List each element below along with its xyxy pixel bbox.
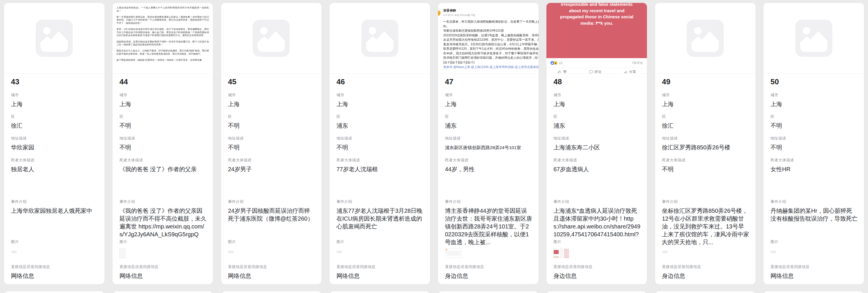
address-value: 不明 bbox=[770, 144, 858, 151]
source-label: 直接信息还是间接信息 bbox=[553, 264, 641, 269]
record-card-48[interactable]: irresponsible and false statements about… bbox=[547, 3, 647, 284]
gallery-column: 人都没有这样的机会，一个病人需要几十个人的同时帮助和关怀才有可能获得一丝的机会！… bbox=[108, 0, 217, 293]
card-cover-placeholder bbox=[330, 3, 430, 74]
record-card-47[interactable]: 茶香禅静 4-2 02:31 来自 iPhone客户端 一名志愿者，昨日我投入路… bbox=[438, 3, 538, 284]
card-cover-placeholder bbox=[655, 3, 755, 74]
record-number: 43 bbox=[11, 77, 20, 86]
district-label: 区 bbox=[119, 114, 207, 119]
city-value: 上海 bbox=[770, 100, 858, 108]
district-label: 区 bbox=[11, 114, 98, 119]
card-cover-essay: 人都没有这样的机会，一个病人需要几十个人的同时帮助和关怀才有可能获得一丝的机会！… bbox=[113, 3, 213, 74]
city-value: 上海 bbox=[119, 100, 207, 108]
event-value: 上海浦东*血透病人延误治疗致死且遗体滞留家中约30小时！https://shar… bbox=[553, 207, 641, 238]
comments-count[interactable]: 7条评论 bbox=[631, 61, 643, 65]
city-value: 上海 bbox=[553, 100, 641, 108]
next-row-card-edge[interactable] bbox=[547, 291, 647, 293]
address-value: 上海浦东寿二小区 bbox=[553, 144, 641, 151]
image-placeholder-icon bbox=[35, 19, 73, 58]
attachment-thumb[interactable] bbox=[770, 251, 776, 253]
wow-reaction-icon bbox=[554, 61, 557, 65]
event-label: 事件介绍 bbox=[336, 199, 424, 204]
source-value: 身边信息 bbox=[662, 272, 749, 280]
record-card-45[interactable]: 45 城市上海 区不明 地址描述不明 死者大体描述24岁男子 事件介绍24岁男子… bbox=[221, 3, 321, 284]
attachment-thumb[interactable] bbox=[336, 251, 342, 253]
share-button[interactable]: 分享 bbox=[623, 69, 636, 74]
event-label: 事件介绍 bbox=[770, 199, 858, 204]
event-value: 上海华欣家园独居老人饿死家中 bbox=[11, 207, 98, 215]
city-value: 上海 bbox=[662, 100, 749, 108]
record-card-46[interactable]: 46 城市上海 区浦东 地址描述不明 死者大体描述77岁老人沈瑞根 事件介绍浦东… bbox=[330, 3, 430, 284]
record-card-50[interactable]: 50 城市上海 区不明 地址描述不明 死者大体描述女性HR 事件介绍丹纳赫集团的… bbox=[764, 3, 864, 284]
event-value: 丹纳赫集团的某Hr，因心脏猝死没有核酸报告耽误治疗，导致死亡 bbox=[770, 207, 858, 223]
district-value: 浦东 bbox=[553, 122, 641, 129]
deceased-value: 女性HR bbox=[770, 166, 858, 173]
image-label: 图片 bbox=[228, 239, 315, 244]
attachment-thumb[interactable] bbox=[662, 251, 668, 253]
next-row-card-edge[interactable] bbox=[4, 291, 104, 293]
record-card-43[interactable]: 43 城市上海 区徐汇 地址描述华欣家园 死者大体描述独居老人 事件介绍上海华欣… bbox=[4, 3, 104, 284]
image-label: 图片 bbox=[11, 239, 98, 244]
address-label: 地址描述 bbox=[11, 136, 98, 141]
next-row-card-edge[interactable] bbox=[764, 291, 864, 293]
attachment-thumb[interactable] bbox=[445, 248, 462, 258]
district-label: 区 bbox=[770, 114, 858, 119]
attachment-thumb[interactable] bbox=[119, 248, 125, 258]
record-card-44[interactable]: 人都没有这样的机会，一个病人需要几十个人的同时帮助和关怀才有可能获得一丝的机会！… bbox=[113, 3, 213, 284]
next-row-card-edge[interactable] bbox=[113, 291, 213, 293]
attachment-thumb[interactable] bbox=[11, 251, 17, 253]
comment-icon bbox=[589, 70, 593, 74]
city-label: 城市 bbox=[553, 92, 641, 98]
city-label: 城市 bbox=[336, 92, 424, 98]
card-cover-placeholder bbox=[4, 3, 104, 74]
deceased-value: 不明 bbox=[662, 166, 749, 173]
thumb-up-icon bbox=[557, 70, 562, 74]
like-button[interactable]: 赞 bbox=[557, 69, 566, 74]
source-value: 身边信息 bbox=[553, 272, 641, 280]
event-label: 事件介绍 bbox=[662, 199, 749, 204]
source-value: 网络信息 bbox=[11, 272, 98, 280]
district-label: 区 bbox=[553, 114, 641, 119]
reaction-count: 19 bbox=[559, 61, 562, 65]
essay-text: 人都没有这样的机会，一个病人需要几十个人的同时帮助和关怀才有可能获得一丝的机会！… bbox=[113, 3, 213, 65]
card-cover-red-statement: irresponsible and false statements about… bbox=[547, 3, 647, 74]
gallery-column: 46 城市上海 区浦东 地址描述不明 死者大体描述77岁老人沈瑞根 事件介绍浦东… bbox=[326, 0, 434, 293]
image-placeholder-icon bbox=[252, 19, 290, 58]
record-card-49[interactable]: 49 城市上海 区徐汇 地址描述徐汇区罗秀路850弄26号楼 死者大体描述不明 … bbox=[655, 3, 755, 284]
city-label: 城市 bbox=[228, 92, 315, 98]
weibo-avatar bbox=[438, 10, 441, 16]
district-value: 不明 bbox=[228, 122, 315, 129]
attachment-thumb[interactable] bbox=[228, 251, 234, 253]
city-value: 上海 bbox=[445, 100, 532, 108]
deceased-value: 77岁老人沈瑞根 bbox=[336, 166, 424, 173]
next-row-card-edge[interactable] bbox=[655, 291, 755, 293]
next-row-card-edge[interactable] bbox=[221, 291, 321, 293]
district-label: 区 bbox=[445, 114, 532, 119]
district-value: 不明 bbox=[119, 122, 207, 129]
deceased-label: 死者大体描述 bbox=[119, 157, 207, 163]
address-label: 地址描述 bbox=[445, 136, 532, 141]
address-value: 不明 bbox=[336, 144, 424, 151]
source-label: 直接信息还是间接信息 bbox=[336, 264, 424, 269]
deceased-value: 《我的爸爸 没了》作者的父亲 bbox=[119, 166, 207, 173]
attachment-thumb[interactable] bbox=[560, 248, 563, 258]
attachment-thumb[interactable] bbox=[564, 248, 569, 258]
record-number: 44 bbox=[119, 77, 128, 86]
comment-button[interactable]: 评论 bbox=[589, 69, 601, 74]
deceased-value: 67岁血透病人 bbox=[553, 166, 641, 173]
address-label: 地址描述 bbox=[336, 136, 424, 141]
address-label: 地址描述 bbox=[119, 136, 207, 141]
next-row-card-edge[interactable] bbox=[330, 291, 430, 293]
deceased-label: 死者大体描述 bbox=[770, 157, 858, 163]
city-label: 城市 bbox=[119, 92, 207, 98]
image-label: 图片 bbox=[662, 239, 749, 244]
address-label: 地址描述 bbox=[662, 136, 749, 141]
image-label: 图片 bbox=[119, 239, 207, 244]
district-value: 徐汇 bbox=[11, 122, 98, 129]
gallery-board: 43 城市上海 区徐汇 地址描述华欣家园 死者大体描述独居老人 事件介绍上海华欣… bbox=[0, 0, 868, 293]
next-row-card-edge[interactable] bbox=[438, 291, 538, 293]
source-value: 身边信息 bbox=[445, 272, 532, 280]
gallery-column: 茶香禅静 4-2 02:31 来自 iPhone客户端 一名志愿者，昨日我投入路… bbox=[434, 0, 542, 293]
event-value: 24岁男子因核酸而延误治疗而猝死于浦东医院（微博@红茶260） bbox=[228, 207, 315, 223]
attachment-thumb[interactable] bbox=[553, 248, 559, 258]
address-label: 地址描述 bbox=[770, 136, 858, 141]
